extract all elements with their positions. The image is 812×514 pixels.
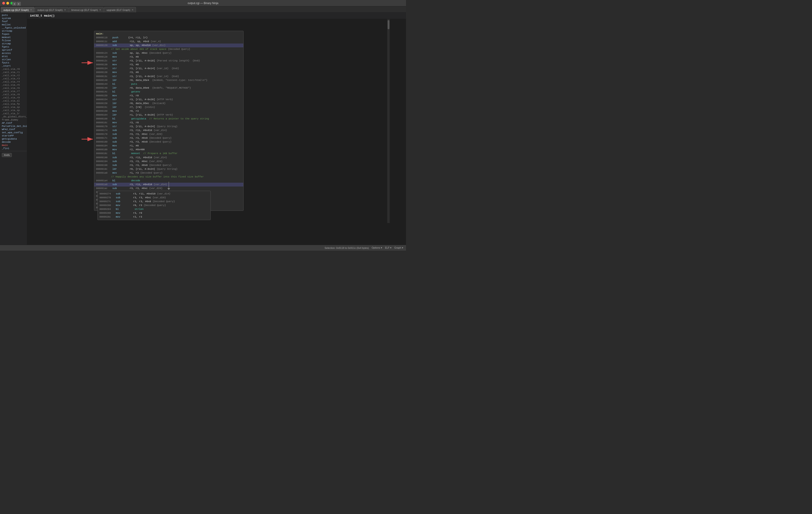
sidebar-item-fputs[interactable]: fputs [0,61,27,64]
code-line-927c[interactable]: 0000927c sub r3, r3, #0x8 {Decoded Query… [98,200,210,203]
sidebar-item-call-via-r2[interactable]: _call_via_r2 [0,74,27,77]
sidebar-item-memset[interactable]: memset [0,36,27,39]
code-line-9154[interactable]: 00009154 str r3, [r11, #-0x20] {HTTP Ver… [94,98,243,102]
sidebar-item-call-via-r6[interactable]: _call_via_r6 [0,87,27,90]
code-line-9180[interactable]: 00009180 sub r3, r3, #0x8 {Decoded Query… [94,140,243,144]
code-line-91a0[interactable]: 000091a0 mov r1, r3 {Decoded Query} [94,171,243,175]
code-line-9150[interactable]: 00009150 mov r3, r0 [94,94,243,98]
code-line-9118[interactable]: 00009118 push {r4, r11, lr} [94,36,243,40]
code-line-928c[interactable]: 0000928c mov r2, r3 [98,215,210,219]
code-line-9120[interactable]: 00009120 sub sp, sp, #0xd10 {var_d1c} [94,44,243,47]
sidebar-item-decode[interactable]: decode [0,141,27,144]
sidebar-item-access[interactable]: access [0,52,27,55]
code-line-911c[interactable]: 0000911c add r11, sp, #0x8 {var_4} [94,40,243,44]
sidebar-item-puts[interactable]: puts [0,13,27,17]
options-button[interactable]: Options ▾ [372,246,382,249]
code-line-915c[interactable]: 0000915c ldr r7, [r0] {stdin} [94,105,243,109]
tab-0[interactable]: output.cgi (ELF Graph) ✕ [1,7,34,12]
code-line-9198[interactable]: 00009198 sub r3, r3, #0x8 {Decoded Query… [94,163,243,167]
code-line-9190[interactable]: 00009190 sub r3, r11, #0xd10 {var_d14} [94,156,243,160]
code-line-9288[interactable]: 00009288 mov r3, r0 [98,211,210,215]
graph-button[interactable]: Graph ▾ [394,246,403,249]
sidebar-item-call-via-r0[interactable]: _call_via_r0 [0,67,27,71]
sidebar-item-strncmp[interactable]: strncmp [0,29,27,33]
sidebar-item-sprintf[interactable]: sprintf [0,49,27,52]
sidebar-item-ap-conf[interactable]: AP_Conf [0,121,27,125]
sidebar-item-startapp[interactable]: startAPP [0,134,27,137]
sidebar[interactable]: puts system feof malloc __fgetc_unlocked… [0,13,27,245]
code-line-918c[interactable]: 0000918c bl memset // Prepare a 1KB buff… [94,152,243,155]
code-line-9188[interactable]: 00009188 mov r2, #0x400 [94,148,243,152]
sidebar-item-feof[interactable]: feof [0,20,27,23]
code-line-9164[interactable]: 00009164 ldr r1, [r11, #-0x20] {HTTP Ver… [94,113,243,117]
sidebar-item-fopen[interactable]: fopen [0,33,27,36]
graph-view[interactable]: main: 00009118 push {r4, r11, lr} 000091… [27,19,406,244]
sidebar-item-call-via-ip[interactable]: _call_via_ip [0,106,27,109]
sidebar-item-start[interactable]: _start [0,64,27,67]
tab-3-close[interactable]: ✕ [132,9,134,11]
sidebar-item-getcgidata[interactable]: getcgidata [0,137,27,141]
sidebar-item-strlen[interactable]: strlen [0,58,27,61]
sidebar-item-fgetc-unlocked[interactable]: __fgetc_unlocked [0,26,27,29]
sidebar-item-call-via-r3[interactable]: _call_via_r3 [0,77,27,80]
sidebar-item-call-via-r1[interactable]: _call_via_r1 [0,71,27,74]
close-button[interactable] [2,2,5,4]
sidebar-item-atoi[interactable]: atoi [0,55,27,58]
back-button[interactable]: ◀ [12,2,16,6]
code-line-91a8[interactable]: 000091a8 sub r3, r11, #0xd10 {var_d14} [94,183,243,187]
code-line-912c[interactable]: 0000912c str r3, [r11, #-0x18] {Parsed s… [94,59,243,63]
code-line-914c[interactable]: 0000914c bl getenv [94,90,243,94]
scrollbar-thumb[interactable] [388,20,389,29]
code-line-9184[interactable]: 00009184 mov r1, #0 [94,144,243,148]
tab-2[interactable]: timeout.cgi (ELF Graph) ✕ [69,7,104,12]
tab-1-close[interactable]: ✕ [64,9,66,11]
sidebar-item-fclose[interactable]: fclose [0,39,27,42]
code-line-9140[interactable]: 00009140 ldr r0, data_95e4 {0x98e0, "Con… [94,78,243,82]
minimize-button[interactable] [6,2,9,4]
sidebar-item-call-via-r9[interactable]: _call_via_r9 [0,96,27,99]
tab-1[interactable]: output.cgi (ELF Graph) ✕ [35,7,68,12]
tab-0-close[interactable]: ✕ [30,9,32,11]
elf-button[interactable]: ELF ▾ [385,246,392,249]
code-line-9160[interactable]: 00009160 mov r0, r3 [94,109,243,113]
sidebar-item-wpa2-conf[interactable]: WPA2_Conf [0,128,27,131]
forward-button[interactable]: ▶ [17,2,21,6]
sidebar-item-malloc[interactable]: malloc [0,23,27,26]
code-line-9158[interactable]: 00009158 ldr r0, data_95ec {0x11ac8} [94,102,243,105]
code-line-917c[interactable]: 0000917c sub r3, r3, #0x8 {Decoded Query… [94,136,243,140]
tab-2-close[interactable]: ✕ [99,9,101,11]
sidebar-item-call-via-sp[interactable]: _call_via_sp [0,109,27,112]
code-line-913c[interactable]: 0000913c str r3, [r11, #-0x10] {var_14} … [94,75,243,78]
sidebar-item-call-via-sl[interactable]: _call_via_sl [0,99,27,103]
code-line-9194[interactable]: 00009194 sub r3, r3, #0xc {var_d20} [94,160,243,163]
sidebar-item-set-wpa[interactable]: set_wpa_config [0,131,27,134]
code-line-919c[interactable]: 0000919c ldr r0, [r11, #-0x24] {Query St… [94,167,243,171]
sidebar-item-call-via-r4[interactable]: _call_via_r4 [0,80,27,83]
sidebar-item-do-global-dtors[interactable]: _do_global_dtors_aux [0,115,27,118]
code-line-9124[interactable]: 00009124 sub sp, ip, #0xc {Decoded Query… [94,51,243,55]
code-line-9168[interactable]: 00009168 bl getcgidata // Returns a poin… [94,117,243,121]
sidebar-item-call-via-lr[interactable]: _call_via_lr [0,112,27,115]
code-line-91a4[interactable]: 000091a4 bl decode [94,179,243,183]
code-line-9174[interactable]: 00009174 sub r3, r11, #0xd10 {var_d14} [94,128,243,132]
sidebar-item-call-via-r5[interactable]: _call_via_r5 [0,83,27,87]
sidebar-item-frame-dummy[interactable]: frame_dummy [0,118,27,121]
code-line-9134[interactable]: 00009134 str r3, [r11, #-0x14] {var_18} … [94,67,243,70]
code-line-9170[interactable]: 00009170 str r3, [r11, #-0x24] {Query St… [94,125,243,128]
sidebar-item-system[interactable]: system [0,17,27,20]
code-line-9144[interactable]: 00009144 bl puts [94,82,243,86]
code-line-9280[interactable]: 00009280 mov r0, r3 {Decoded Query} [98,203,210,207]
code-line-9178[interactable]: 00009178 sub r3, r3, #0xc {var_d20} [94,132,243,136]
xrefs-button[interactable]: Xrefs [2,153,12,157]
sidebar-item-fgetc[interactable]: fgetc [0,45,27,49]
code-line-9128[interactable]: 00009128 mov r3, #0 [94,55,243,59]
sidebar-item-call-via-r7[interactable]: _call_via_r7 [0,90,27,93]
code-line-9148[interactable]: 00009148 ldr r0, data_95e8 {0x98fc, "REQ… [94,86,243,90]
sidebar-item-main[interactable]: main [0,144,27,147]
code-line-9278[interactable]: 00009278 sub r3, r3, #0xc {var_d20} [98,196,210,200]
sidebar-item-call-via-r8[interactable]: _call_via_r8 [0,93,27,96]
code-line-916c[interactable]: 0000916c mov r3, r0 [94,121,243,125]
code-line-9284[interactable]: 00009284 bl strlen [98,207,210,211]
sidebar-item-strcmp[interactable]: strcmp [0,42,27,45]
code-line-9130[interactable]: 00009130 mov r3, #0 [94,63,243,67]
